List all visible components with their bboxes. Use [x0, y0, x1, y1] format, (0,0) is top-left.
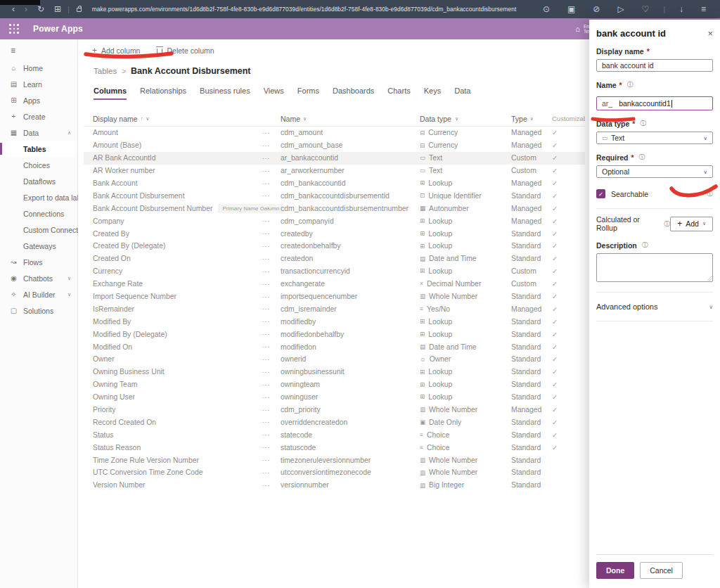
table-row[interactable]: Version Number ··· versionnumber ▥ Big I… — [84, 479, 585, 492]
table-row[interactable]: AR Bank AccountId ··· ar_bankaccountid ▭… — [84, 152, 585, 165]
row-more-icon[interactable]: ··· — [253, 167, 281, 174]
row-more-icon[interactable]: ··· — [253, 230, 281, 237]
settings-icon[interactable]: ≡ — [701, 5, 706, 13]
tab-columns[interactable]: Columns — [94, 87, 127, 100]
tab-dashboards[interactable]: Dashboards — [333, 87, 374, 100]
add-calculated-button[interactable]: + Add ∨ — [670, 217, 713, 231]
screenshot-icon[interactable]: ▣ — [567, 5, 575, 13]
row-more-icon[interactable]: ··· — [253, 281, 281, 288]
table-row[interactable]: Currency ··· transactioncurrencyid ⊞ Loo… — [84, 265, 585, 278]
description-textarea[interactable] — [596, 253, 713, 282]
row-more-icon[interactable]: ··· — [253, 418, 281, 426]
add-column-button[interactable]: + Add column — [92, 46, 140, 55]
table-row[interactable]: IsRemainder ··· cdm_isremainder ≡ Yes/No… — [84, 302, 585, 315]
sidebar-item-home[interactable]: ⌂Home — [0, 60, 77, 76]
tab-business-rules[interactable]: Business rules — [200, 87, 250, 100]
sidebar-item-choices[interactable]: Choices — [0, 157, 77, 173]
row-more-icon[interactable]: ··· — [253, 444, 281, 451]
row-more-icon[interactable]: ··· — [253, 192, 281, 199]
required-select[interactable]: Optional ∨ — [596, 165, 713, 178]
sidebar-item-create[interactable]: +Create — [0, 108, 77, 124]
tab-keys[interactable]: Keys — [424, 87, 441, 100]
advanced-options-toggle[interactable]: Advanced options ∨ — [596, 302, 713, 311]
table-row[interactable]: AR Worker number ··· ar_arworkernumber ▭… — [84, 165, 585, 177]
table-row[interactable]: Owning Business Unit ··· owningbusinessu… — [84, 366, 585, 378]
tab-views[interactable]: Views — [264, 87, 284, 100]
column-header-name[interactable]: Name ∨ — [281, 115, 420, 123]
tab-data[interactable]: Data — [454, 87, 470, 100]
row-more-icon[interactable]: ··· — [253, 369, 281, 376]
table-row[interactable]: Modified On ··· modifiedon ▤ Date and Ti… — [84, 340, 585, 353]
tab-grid-icon[interactable]: ⊞ — [54, 5, 61, 13]
column-header-display-name[interactable]: Display name ↑ ∨ — [84, 115, 253, 123]
forward-icon[interactable]: › — [25, 5, 27, 13]
table-row[interactable]: Status Reason ··· statuscode ≡ Choice St… — [84, 441, 585, 454]
row-more-icon[interactable]: ··· — [253, 129, 281, 136]
info-icon[interactable]: ⓘ — [640, 119, 646, 128]
waffle-icon[interactable] — [9, 24, 19, 34]
table-row[interactable]: Owning User ··· owninguser ⊞ Lookup Stan… — [84, 391, 585, 404]
table-row[interactable]: Bank Account Disbursement Number Primary… — [84, 202, 585, 215]
row-more-icon[interactable]: ··· — [253, 243, 281, 250]
sidebar-item-apps[interactable]: ⊞Apps — [0, 92, 77, 108]
play-icon[interactable]: ▷ — [617, 5, 624, 13]
column-header-type[interactable]: Type ∨ — [511, 115, 552, 123]
row-more-icon[interactable]: ··· — [253, 356, 281, 363]
sidebar-item-gateways[interactable]: Gateways — [0, 238, 77, 254]
sidebar-item-chatbots[interactable]: ◉Chatbots∨ — [0, 270, 77, 286]
info-icon[interactable]: ⓘ — [664, 219, 670, 229]
table-row[interactable]: Created By ··· createdby ⊞ Lookup Standa… — [84, 227, 585, 240]
table-row[interactable]: Modified By (Delegate) ··· modifiedonbeh… — [84, 328, 585, 340]
delete-column-button[interactable]: Delete column — [157, 46, 214, 55]
back-icon[interactable]: ‹ — [12, 5, 15, 13]
table-row[interactable]: UTC Conversion Time Zone Code ··· utccon… — [84, 466, 585, 479]
breadcrumb-tables-link[interactable]: Tables — [94, 67, 117, 75]
sidebar-item-tables[interactable]: Tables — [0, 141, 77, 157]
row-more-icon[interactable]: ··· — [253, 318, 281, 325]
row-more-icon[interactable]: ··· — [253, 268, 281, 275]
info-icon[interactable]: ⓘ — [707, 189, 713, 198]
table-row[interactable]: Import Sequence Number ··· importsequenc… — [84, 290, 585, 303]
sidebar-item-solutions[interactable]: ▢Solutions — [0, 302, 77, 319]
sidebar-item-connections[interactable]: Connections — [0, 205, 77, 222]
column-header-data-type[interactable]: Data type ∨ — [420, 115, 511, 123]
done-button[interactable]: Done — [596, 562, 634, 579]
row-more-icon[interactable]: ··· — [253, 180, 281, 187]
display-name-field[interactable]: bank account id — [596, 59, 713, 72]
sidebar-item-data[interactable]: ▦Data∧ — [0, 124, 77, 141]
favorites-icon[interactable]: ♡ — [642, 5, 650, 13]
table-row[interactable]: Bank Account ··· cdm_bankaccountid ⊞ Loo… — [84, 177, 585, 190]
sidebar-item-flows[interactable]: ↝Flows — [0, 254, 77, 270]
tab-relationships[interactable]: Relationships — [140, 87, 186, 100]
row-more-icon[interactable]: ··· — [253, 205, 281, 212]
table-row[interactable]: Exchange Rate ··· exchangerate × Decimal… — [84, 278, 585, 290]
table-row[interactable]: Amount ··· cdm_amount ⊟ Currency Managed… — [84, 127, 585, 139]
info-icon[interactable]: ⓘ — [639, 153, 645, 162]
row-more-icon[interactable]: ··· — [253, 255, 281, 262]
search-icon[interactable]: ⊙ — [543, 5, 550, 13]
data-type-select[interactable]: ▭ Text ∨ — [596, 132, 713, 144]
sidebar-item-ai-builder[interactable]: ✧AI Builder∨ — [0, 286, 77, 302]
table-row[interactable]: Owner ··· ownerid ☺ Owner Standard ✓ — [84, 353, 585, 366]
column-header-customizable[interactable]: Customizable — [552, 115, 585, 122]
table-row[interactable]: Priority ··· cdm_priority ▥ Whole Number… — [84, 404, 585, 416]
sidebar-item-custom-connectors[interactable]: Custom Connectors — [0, 222, 77, 238]
url-bar[interactable]: make.powerapps.com/environments/1d6d8b2f… — [92, 6, 532, 13]
table-row[interactable]: Bank Account Disbursement ··· cdm_bankac… — [84, 189, 585, 202]
row-more-icon[interactable]: ··· — [253, 482, 281, 489]
name-field[interactable]: ar_ bankaccountid1 — [596, 96, 713, 110]
row-more-icon[interactable]: ··· — [253, 431, 281, 438]
info-icon[interactable]: ⓘ — [642, 241, 648, 250]
table-row[interactable]: Record Created On ··· overriddencreatedo… — [84, 416, 585, 428]
table-row[interactable]: Time Zone Rule Version Number ··· timezo… — [84, 454, 585, 466]
row-more-icon[interactable]: ··· — [253, 305, 281, 312]
sidebar-item-export-to-data-lake[interactable]: Export to data lake — [0, 189, 77, 205]
table-row[interactable]: Company ··· cdm_companyid ⊞ Lookup Manag… — [84, 215, 585, 227]
table-row[interactable]: Modified By ··· modifiedby ⊞ Lookup Stan… — [84, 315, 585, 328]
reload-icon[interactable]: ↻ — [37, 5, 44, 13]
blocker-icon[interactable]: ⊘ — [593, 5, 600, 13]
row-more-icon[interactable]: ··· — [253, 293, 281, 300]
info-icon[interactable]: ⓘ — [627, 80, 634, 89]
close-icon[interactable]: × — [707, 29, 713, 38]
table-row[interactable]: Owning Team ··· owningteam ⊞ Lookup Stan… — [84, 378, 585, 391]
